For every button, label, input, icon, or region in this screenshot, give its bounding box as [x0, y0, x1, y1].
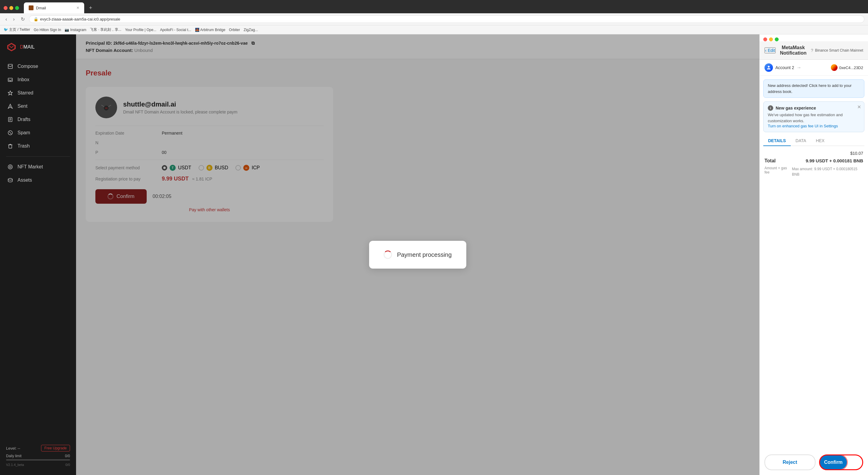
- compose-icon: [7, 63, 13, 69]
- svg-point-11: [8, 178, 12, 180]
- close-traffic-light[interactable]: [4, 6, 7, 10]
- mm-traffic-lights: [760, 34, 868, 41]
- level-label: Level: --: [6, 446, 20, 450]
- svg-marker-0: [30, 6, 33, 9]
- mm-account-avatar: [765, 63, 773, 72]
- drafts-icon: [7, 117, 13, 123]
- mm-total-label: Total: [765, 158, 776, 164]
- mm-edit-label: Edit: [768, 48, 775, 53]
- logo: DMAIL: [0, 39, 76, 60]
- browser-toolbar: ‹ › ↻ 🔒 evyc3-ziaaa-aaaak-aam5a-cai.ic0.…: [0, 13, 868, 25]
- app-container: DMAIL Compose Inbox Starred: [0, 34, 868, 475]
- mm-gas-close-button[interactable]: ✕: [857, 104, 861, 110]
- mm-gas-settings-link[interactable]: Turn on enhanced gas fee UI in Settings: [768, 124, 860, 128]
- mm-header: ‹ Edit MetaMask Notification ? Binance S…: [760, 41, 868, 60]
- sidebar-item-compose[interactable]: Compose: [0, 60, 76, 73]
- mm-amount-gas-label: Amount + gas fee: [765, 166, 792, 175]
- svg-point-10: [9, 166, 11, 168]
- url-text: evyc3-ziaaa-aaaak-aam5a-cai.ic0.app/pres…: [40, 17, 120, 22]
- metamask-panel: ‹ Edit MetaMask Notification ? Binance S…: [760, 34, 868, 475]
- version-info: V2.1.4_beta 0/0: [6, 463, 70, 467]
- active-tab[interactable]: Dmail ✕: [24, 2, 84, 13]
- progress-bar: [6, 459, 70, 461]
- sidebar-item-starred[interactable]: Starred: [0, 86, 76, 100]
- mm-action-buttons: Reject Confirm: [760, 450, 868, 475]
- mm-gas-title: i New gas experience: [768, 105, 860, 111]
- browser-chrome: Dmail ✕ + ‹ › ↻ 🔒 evyc3-ziaaa-aaaak-aam5…: [0, 0, 868, 34]
- sidebar-item-drafts[interactable]: Drafts: [0, 113, 76, 126]
- mm-network-label: Binance Smart Chain Mainnet: [815, 48, 863, 53]
- sidebar-item-trash[interactable]: Trash: [0, 139, 76, 153]
- mm-tabs: DETAILS DATA HEX: [763, 136, 864, 146]
- refresh-button[interactable]: ↻: [19, 15, 27, 23]
- bookmark-zigzag[interactable]: ZigZag...: [244, 28, 258, 32]
- bookmark-twitter[interactable]: 🐦 主页 / Twitter: [4, 27, 30, 32]
- bookmark-profile[interactable]: Your Profile | Ope...: [125, 28, 156, 32]
- back-button[interactable]: ‹: [4, 15, 9, 23]
- bookmarks-bar: 🐦 主页 / Twitter Go Hilton Sign In 📷 Insta…: [0, 25, 868, 34]
- mm-tab-data[interactable]: DATA: [791, 136, 811, 146]
- svg-marker-5: [8, 91, 12, 95]
- mm-fullscreen-light[interactable]: [775, 37, 779, 41]
- mm-minimize-light[interactable]: [769, 37, 773, 41]
- sidebar-item-spam[interactable]: Spam: [0, 126, 76, 139]
- sidebar-item-assets[interactable]: Assets: [0, 173, 76, 187]
- bookmark-feike[interactable]: 飞客 · 享此刻，享...: [90, 27, 121, 32]
- nft-market-label: NFT Market: [18, 164, 43, 169]
- upgrade-button[interactable]: Free Upgrade: [41, 445, 70, 451]
- mm-usd-amount: $10.07: [850, 151, 863, 156]
- mm-back-arrow: ‹: [765, 48, 767, 53]
- bookmark-instagram[interactable]: 📷 Instagram: [65, 28, 86, 32]
- address-bar[interactable]: 🔒 evyc3-ziaaa-aaaak-aam5a-cai.ic0.app/pr…: [29, 15, 864, 23]
- bookmark-apollo[interactable]: ApolloFi - Social t...: [160, 28, 191, 32]
- starred-label: Starred: [18, 90, 33, 96]
- sidebar-item-nft-market[interactable]: NFT Market: [0, 160, 76, 173]
- spam-icon: [7, 130, 13, 136]
- new-tab-button[interactable]: +: [87, 4, 95, 12]
- svg-point-15: [768, 66, 770, 68]
- mm-tab-hex[interactable]: HEX: [811, 136, 829, 146]
- sidebar: DMAIL Compose Inbox Starred: [0, 34, 76, 475]
- mm-usd-row: $10.07: [765, 151, 863, 156]
- mm-gas-notice: ✕ i New gas experience We've updated how…: [763, 101, 864, 132]
- sent-icon: [7, 103, 13, 109]
- mm-network: ? Binance Smart Chain Mainnet: [811, 48, 863, 53]
- mm-edit-button[interactable]: ‹ Edit: [765, 48, 776, 54]
- forward-button[interactable]: ›: [11, 15, 16, 23]
- mm-max-amount-group: Max amount: 9.99 USDT + 0.000180515 BNB: [792, 166, 863, 177]
- sidebar-nav: Compose Inbox Starred Sent: [0, 60, 76, 441]
- mm-reject-button[interactable]: Reject: [765, 454, 815, 470]
- mm-confirm-button[interactable]: Confirm: [820, 455, 847, 469]
- trash-label: Trash: [18, 144, 30, 149]
- nft-market-icon: [7, 164, 13, 170]
- sidebar-item-sent[interactable]: Sent: [0, 100, 76, 113]
- mm-title: MetaMask Notification: [778, 45, 809, 56]
- traffic-lights: [4, 6, 19, 10]
- mm-new-address-text: New address detected! Click here to add …: [768, 83, 851, 94]
- bookmark-orbiter[interactable]: Orbiter: [229, 28, 240, 32]
- mm-total-value: 9.99 USDT + 0.000181 BNB: [806, 158, 863, 163]
- bookmark-hilton[interactable]: Go Hilton Sign In: [34, 28, 61, 32]
- mm-network-question: ?: [811, 48, 813, 53]
- mm-new-address-banner[interactable]: New address detected! Click here to add …: [763, 80, 864, 98]
- compose-label: Compose: [18, 64, 38, 69]
- assets-icon: [7, 177, 13, 183]
- mm-tab-details[interactable]: DETAILS: [763, 136, 791, 146]
- sent-label: Sent: [18, 103, 28, 109]
- tab-favicon: [29, 5, 33, 10]
- daily-limit-label: Daily limit: [6, 454, 22, 458]
- star-icon: [7, 90, 13, 96]
- bookmark-arbitrum[interactable]: 🌉 Arbitrum Bridge: [195, 28, 225, 32]
- tab-bar: Dmail ✕ +: [0, 0, 868, 13]
- drafts-label: Drafts: [18, 117, 30, 122]
- mm-address-icon: [831, 64, 838, 71]
- mm-close-light[interactable]: [763, 37, 767, 41]
- fullscreen-traffic-light[interactable]: [15, 6, 19, 10]
- sidebar-item-inbox[interactable]: Inbox: [0, 73, 76, 86]
- tab-close-button[interactable]: ✕: [76, 6, 80, 10]
- trash-icon: [7, 143, 13, 149]
- processing-modal: Payment processing: [369, 241, 466, 268]
- inbox-label: Inbox: [18, 77, 29, 83]
- minimize-traffic-light[interactable]: [9, 6, 13, 10]
- main-content: Principal ID: 2kf6d-u46la-fdzyr-ls2em-kn…: [76, 34, 760, 475]
